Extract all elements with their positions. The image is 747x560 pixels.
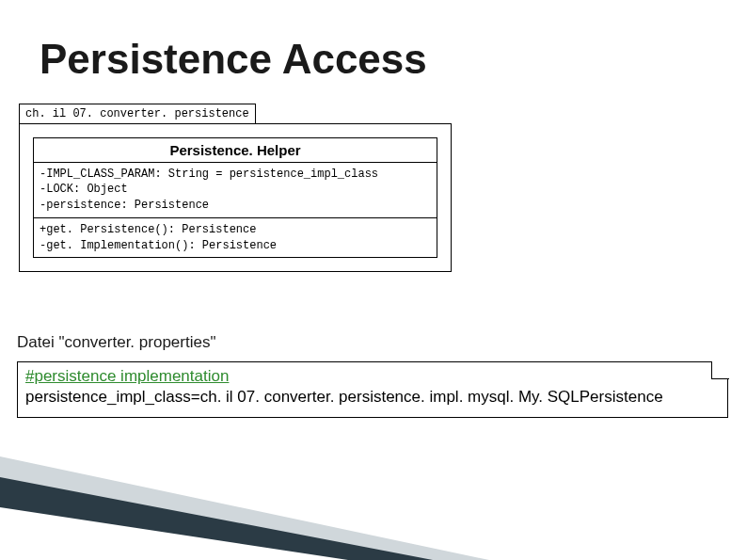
svg-marker-0: [0, 456, 489, 560]
uml-package: ch. il 07. converter. persistence Persis…: [19, 104, 452, 272]
slide-decoration: [0, 456, 747, 560]
properties-comment: #persistence implementation: [25, 366, 720, 387]
svg-marker-1: [0, 477, 433, 560]
file-label: Datei "converter. properties": [17, 333, 215, 352]
page-title: Persistence Access: [40, 36, 427, 83]
attribute-row: -LOCK: Object: [40, 182, 431, 198]
svg-marker-2: [0, 507, 348, 560]
package-body: Persistence. Helper -IMPL_CLASS_PARAM: S…: [19, 123, 452, 273]
class-operations: +get. Persistence(): Persistence -get. I…: [34, 218, 437, 258]
attribute-row: -IMPL_CLASS_PARAM: String = persistence_…: [40, 167, 431, 183]
operation-row: +get. Persistence(): Persistence: [40, 222, 431, 238]
properties-line: persistence_impl_class=ch. il 07. conver…: [25, 387, 720, 408]
class-attributes: -IMPL_CLASS_PARAM: String = persistence_…: [34, 163, 437, 218]
operation-row: -get. Implementation(): Persistence: [40, 238, 431, 254]
class-name: Persistence. Helper: [34, 138, 437, 163]
class-box: Persistence. Helper -IMPL_CLASS_PARAM: S…: [33, 137, 437, 259]
package-tab: ch. il 07. converter. persistence: [19, 104, 256, 124]
properties-box: #persistence implementation persistence_…: [17, 361, 728, 418]
attribute-row: -persistence: Persistence: [40, 198, 431, 214]
